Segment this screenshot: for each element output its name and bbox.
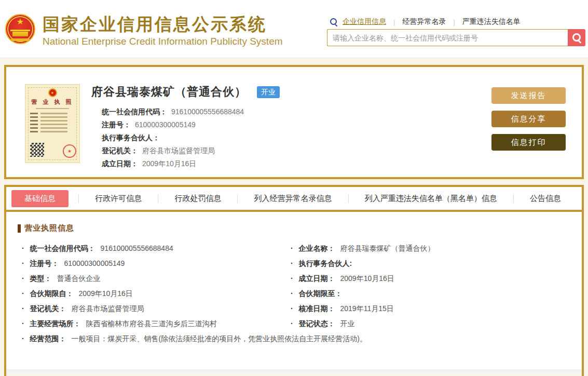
field-registration-number: 注册号：610000300005149 [102,118,280,131]
info-registration-number: 注册号：610000300005149 [22,256,291,271]
field-establishment-date: 成立日期：2009年10月16日 [102,157,280,170]
page: { "header": { "title_cn": "国家企业信用信息公示系统"… [0,0,588,376]
site-title: 国家企业信用信息公示系统 [43,14,283,35]
info-company-type: 类型：普通合伙企业 [22,271,291,286]
company-details: 府谷县瑞泰煤矿（普通合伙） 开业 统一社会信用代码：91610000555668… [91,84,280,170]
info-approval-date: 核准日期：2019年11月15日 [291,301,559,316]
tab-divider [237,194,238,203]
license-info-grid: 统一社会信用代码：916100005556688484 企业名称：府谷县瑞泰煤矿… [18,241,570,346]
info-main-business-premises: 主要经营场所：陕西省榆林市府谷县三道沟乡后三道沟村 [22,316,291,331]
business-license-section: 营业执照信息 统一社会信用代码：916100005556688484 企业名称：… [6,212,582,346]
company-name: 府谷县瑞泰煤矿（普通合伙） [91,84,247,100]
emblem-ribbon-icon [11,38,30,41]
field-credit-code: 统一社会信用代码：916100005556688484 [102,105,280,118]
info-business-scope: 经营范围：一般项目：煤炭开采、销售(除依法须经批准的项目外，凭营业执照依法自主开… [22,331,570,346]
section-title: 营业执照信息 [24,223,74,233]
nav-link-serious-violations[interactable]: 严重违法失信名单 [462,17,521,26]
info-executive-partner: 执行事务合伙人: [291,256,559,271]
site-title-block: 国家企业信用信息公示系统 National Enterprise Credit … [43,14,283,47]
detail-card: 基础信息 行政许可信息 行政处罚信息 列入经营异常名录信息 列入严重违法失信名单… [4,185,584,376]
tab-divider [513,194,514,203]
search-input[interactable] [327,29,568,46]
tab-administrative-license[interactable]: 行政许可信息 [89,190,148,207]
info-company-name: 企业名称：府谷县瑞泰煤矿（普通合伙） [291,241,559,256]
action-button-group: 发送报告 信息分享 信息打印 [491,87,566,151]
section-title-row: 营业执照信息 [18,223,570,233]
site-logo: ★ 国家企业信用信息公示系统 National Enterprise Credi… [5,14,283,47]
section-title-bar-icon [18,224,21,233]
emblem-gate-icon [12,32,28,36]
tab-divider [348,194,349,203]
national-emblem-icon: ★ [5,14,35,44]
tab-basic-info[interactable]: 基础信息 [11,190,69,207]
nav-divider: | [393,18,395,26]
tab-administrative-penalty[interactable]: 行政处罚信息 [168,190,227,207]
info-registration-status: 登记状态：开业 [291,316,559,331]
status-badge: 开业 [257,86,280,98]
tab-announcements[interactable]: 公告信息 [524,190,567,207]
search-icon [330,18,338,26]
nav-link-abnormal-operations[interactable]: 经营异常名录 [402,17,446,26]
license-red-seal-icon [63,144,76,158]
tab-serious-violations-blacklist[interactable]: 列入严重违法失信名单（黑名单）信息 [359,190,503,207]
site-header: ★ 国家企业信用信息公示系统 National Enterprise Credi… [0,0,588,58]
search-button[interactable] [568,29,585,46]
tab-abnormal-operations[interactable]: 列入经营异常名录信息 [248,190,338,207]
site-subtitle: National Enterprise Credit Information P… [43,36,283,47]
search-bar [327,29,585,46]
tab-divider [158,194,158,203]
info-partnership-term-to: 合伙期限至： [291,286,559,301]
license-qr-code [30,143,44,157]
field-registration-authority: 登记机关：府谷县市场监督管理局 [102,144,280,157]
info-establishment-date: 成立日期：2009年10月16日 [291,271,559,286]
info-registration-authority: 登记机关：府谷县市场监督管理局 [22,301,291,316]
info-partnership-term-from: 合伙期限自：2009年10月16日 [22,286,291,301]
nav-link-enterprise-credit[interactable]: 企业信用信息 [343,17,386,26]
nav-divider: | [453,18,455,26]
search-type-nav: 企业信用信息 | 经营异常名录 | 严重违法失信名单 [330,17,521,26]
page-bottom-scroll-strip [6,369,582,373]
page-bottom-strip [6,373,582,376]
company-summary-card: 营 业 执 照 府谷县瑞泰煤矿（普通合伙） 开业 统一社会信用代码：916100… [4,65,584,179]
field-executive-partner: 执行事务合伙人： [102,131,280,144]
tab-divider [78,194,79,203]
tab-bar: 基础信息 行政许可信息 行政处罚信息 列入经营异常名录信息 列入严重违法失信名单… [6,187,582,212]
emblem-star-icon: ★ [17,18,24,26]
send-report-button[interactable]: 发送报告 [491,87,566,104]
share-info-button[interactable]: 信息分享 [491,111,566,127]
search-button-icon [572,33,581,42]
print-info-button[interactable]: 信息打印 [491,134,566,151]
business-license-thumbnail[interactable]: 营 业 执 照 [25,84,80,163]
license-emblem-icon [48,88,57,97]
company-field-list: 统一社会信用代码：916100005556688484 注册号：61000030… [91,105,280,170]
info-credit-code: 统一社会信用代码：916100005556688484 [22,241,291,256]
